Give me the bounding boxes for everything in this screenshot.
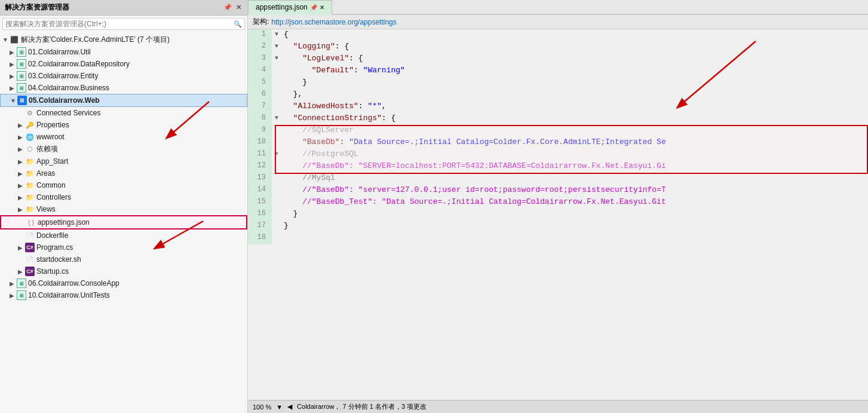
csharp-icon: C# xyxy=(25,243,35,252)
tree-item-proj1[interactable]: ▶ ▣ 01.Coldairarrow.Util xyxy=(0,46,247,58)
json-icon: { } xyxy=(26,218,36,227)
project-icon: ▣ xyxy=(17,279,26,288)
search-icon: 🔍 xyxy=(234,20,242,28)
code-line-14: 14 //"BaseDb": "server=127.0.0.1;user id… xyxy=(248,185,868,197)
branch-info: Coldairarrow， 7 分钟前 1 名作者，3 项更改 xyxy=(297,402,427,411)
tree-label: 02.Coldairarrow.DataRepository xyxy=(28,60,130,68)
line-code xyxy=(281,232,868,244)
tree-item-wwwroot[interactable]: ▶ 🌐 wwwroot xyxy=(0,131,247,143)
tree-item-views[interactable]: ▶ 📁 Views xyxy=(0,203,247,215)
expand-col[interactable] xyxy=(272,173,281,185)
tree-item-appstart[interactable]: ▶ 📁 App_Start xyxy=(0,155,247,167)
tab-appsettings[interactable]: appsettings.json 📌 ✕ xyxy=(248,0,332,15)
line-number: 10 xyxy=(248,137,272,149)
expand-col[interactable] xyxy=(272,161,281,173)
expand-col[interactable] xyxy=(272,101,281,113)
tree-item-connected[interactable]: ⚙ Connected Services xyxy=(0,107,247,119)
search-bar[interactable]: 🔍 xyxy=(2,18,245,30)
expand-col[interactable]: ▼ xyxy=(272,149,281,161)
expand-col[interactable] xyxy=(272,209,281,221)
expand-col[interactable]: ▼ xyxy=(272,41,281,53)
code-line-11: 11 ▼ //PostgreSQL xyxy=(248,149,868,161)
line-number: 8 xyxy=(248,113,272,125)
pin-icon[interactable]: 📌 xyxy=(222,4,233,11)
line-code: //"BaseDb": "SERVER=localhost:PORT=5432:… xyxy=(281,161,868,173)
folder-icon: 📁 xyxy=(25,169,35,178)
tree-item-proj7[interactable]: ▶ ▣ 10.Coldairarrow.UnitTests xyxy=(0,289,247,301)
expand-col[interactable] xyxy=(272,137,281,149)
code-line-7: 7 "AllowedHosts": "*", xyxy=(248,101,868,113)
tree-item-proj3[interactable]: ▶ ▣ 03.Coldairarrow.Entity xyxy=(0,70,247,82)
code-line-4: 4 "Default": "Warning" xyxy=(248,65,868,77)
tree-item-properties[interactable]: ▶ 🔑 Properties xyxy=(0,119,247,131)
tree-item-areas[interactable]: ▶ 📁 Areas xyxy=(0,167,247,179)
expand-col[interactable] xyxy=(272,197,281,209)
tree-item-programcs[interactable]: ▶ C# Program.cs xyxy=(0,241,247,253)
close-tab-icon[interactable]: ✕ xyxy=(320,4,324,11)
wwwroot-icon: 🌐 xyxy=(25,132,35,142)
line-number: 5 xyxy=(248,77,272,89)
line-code: "BaseDb": "Data Source=.;Initial Catalog… xyxy=(281,137,868,149)
expand-col[interactable]: ▼ xyxy=(272,29,281,41)
tab-bar: appsettings.json 📌 ✕ xyxy=(248,0,868,15)
code-line-13: 13 //MySql xyxy=(248,173,868,185)
expand-col[interactable] xyxy=(272,65,281,77)
line-number: 9 xyxy=(248,125,272,137)
project-icon: ▣ xyxy=(17,71,26,81)
line-code: "LogLevel": { xyxy=(281,53,868,65)
tree-item-deps[interactable]: ▶ ⬡ 依赖项 xyxy=(0,143,247,155)
tree-item-dockerfile[interactable]: 📄 Dockerfile xyxy=(0,230,247,241)
expand-arrow: ▶ xyxy=(10,85,17,91)
line-number: 13 xyxy=(248,173,272,185)
expand-arrow: ▶ xyxy=(10,280,17,287)
pin-tab-icon[interactable]: 📌 xyxy=(310,4,317,11)
solution-explorer-panel: 解决方案资源管理器 📌 ✕ 🔍 ▼ ⬛ 解决方案'Colder.Fx.Core.… xyxy=(0,0,248,413)
code-editor[interactable]: 1 ▼ { 2 ▼ "Logging": { 3 ▼ "LogLevel": {… xyxy=(248,29,868,400)
line-code: } xyxy=(281,209,868,221)
tree-item-startdocker[interactable]: 📄 startdocker.sh xyxy=(0,253,247,265)
tree-item-appsettings[interactable]: { } appsettings.json xyxy=(0,215,247,230)
schema-url-link[interactable]: http://json.schemastore.org/appsettings xyxy=(271,18,396,26)
expand-col[interactable] xyxy=(272,125,281,137)
project-icon: ▣ xyxy=(17,47,26,57)
schema-bar: 架构: http://json.schemastore.org/appsetti… xyxy=(248,15,868,29)
expand-col[interactable] xyxy=(272,185,281,197)
tree-label: startdocker.sh xyxy=(36,255,81,264)
tree-item-proj2[interactable]: ▶ ▣ 02.Coldairarrow.DataRepository xyxy=(0,58,247,70)
tree-label: 解决方案'Colder.Fx.Core.AdminLTE' (7 个项目) xyxy=(21,35,170,45)
tree-item-controllers[interactable]: ▶ 📁 Controllers xyxy=(0,191,247,203)
status-bar: 100 % ▼ ◀ Coldairarrow， 7 分钟前 1 名作者，3 项更… xyxy=(248,400,868,413)
expand-col[interactable] xyxy=(272,77,281,89)
line-number: 14 xyxy=(248,185,272,197)
tree-label: Views xyxy=(36,205,56,213)
line-code: //PostgreSQL xyxy=(281,149,868,161)
expand-col[interactable] xyxy=(272,89,281,101)
close-icon[interactable]: ✕ xyxy=(235,4,243,11)
tree-item-solution[interactable]: ▼ ⬛ 解决方案'Colder.Fx.Core.AdminLTE' (7 个项目… xyxy=(0,33,247,46)
expand-col[interactable]: ▼ xyxy=(272,113,281,125)
code-line-6: 6 }, xyxy=(248,89,868,101)
expand-col[interactable] xyxy=(272,221,281,232)
tree-item-proj6[interactable]: ▶ ▣ 06.Coldairarrow.ConsoleApp xyxy=(0,277,247,289)
tree-label: 06.Coldairarrow.ConsoleApp xyxy=(28,279,119,287)
code-line-3: 3 ▼ "LogLevel": { xyxy=(248,53,868,65)
line-code: //"BaseDb": "server=127.0.0.1;user id=ro… xyxy=(281,185,868,197)
tree-item-proj5[interactable]: ▼ ⊞ 05.Coldairarrow.Web xyxy=(0,94,247,107)
deps-icon: ⬡ xyxy=(25,145,35,154)
tree-label: appsettings.json xyxy=(38,218,90,227)
search-input[interactable] xyxy=(5,20,234,28)
project-icon: ▣ xyxy=(17,83,26,93)
code-line-9: 9 //SQLServer xyxy=(248,125,868,137)
tree-item-proj4[interactable]: ▶ ▣ 04.Coldairarrow.Business xyxy=(0,82,247,94)
tree-item-common[interactable]: ▶ 📁 Common xyxy=(0,179,247,191)
expand-col[interactable] xyxy=(272,232,281,244)
expand-arrow: ▶ xyxy=(10,73,17,79)
expand-arrow: ▶ xyxy=(18,170,25,177)
tree-label: wwwroot xyxy=(36,133,65,141)
panel-title: 解决方案资源管理器 xyxy=(5,2,69,13)
line-number: 7 xyxy=(248,101,272,113)
tree-item-startupcs[interactable]: ▶ C# Startup.cs xyxy=(0,265,247,277)
expand-col[interactable]: ▼ xyxy=(272,53,281,65)
zoom-down-icon[interactable]: ▼ xyxy=(276,403,283,411)
web-icon: ⊞ xyxy=(17,96,27,105)
